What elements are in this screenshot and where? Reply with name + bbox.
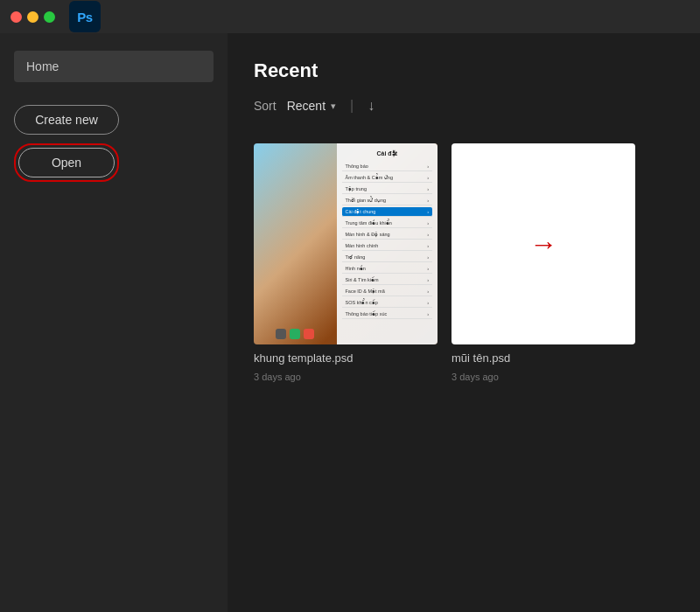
menu-item: Thời gian sử dụng› <box>342 196 433 205</box>
settings-header: Cài đặt <box>342 150 433 157</box>
dock-icon <box>290 329 300 339</box>
phone-screenshot: Cài đặt Thông báo› Âm thanh & Cảm ứng› T… <box>254 143 438 344</box>
files-grid: Cài đặt Thông báo› Âm thanh & Cảm ứng› T… <box>254 143 674 382</box>
sidebar: Home Create new Open <box>0 33 228 612</box>
home-button[interactable]: Home <box>14 51 214 82</box>
traffic-lights <box>10 11 55 23</box>
file-thumbnail: Cài đặt Thông báo› Âm thanh & Cảm ứng› T… <box>254 143 438 344</box>
menu-item: Hình nền› <box>342 264 433 274</box>
sort-label: Sort <box>254 99 276 113</box>
file-name: mũi tên.psd <box>452 351 635 365</box>
recent-title: Recent <box>254 59 674 82</box>
app-logo-text: Ps <box>77 10 92 24</box>
menu-item: Âm thanh & Cảm ứng› <box>342 173 433 183</box>
menu-item-active: Cài đặt chung› <box>342 207 433 217</box>
minimize-button[interactable] <box>27 11 38 23</box>
open-btn-wrapper: Open <box>14 143 119 182</box>
file-card[interactable]: Cài đặt Thông báo› Âm thanh & Cảm ứng› T… <box>254 143 438 382</box>
menu-item: Face ID & Mật mã› <box>342 287 433 296</box>
sort-dropdown[interactable]: Recent ▾ <box>287 99 336 113</box>
maximize-button[interactable] <box>44 11 55 23</box>
titlebar: Ps <box>0 0 700 33</box>
sort-value: Recent <box>287 99 326 113</box>
menu-item: Thông báo› <box>342 162 433 171</box>
close-button[interactable] <box>10 11 22 23</box>
app-logo: Ps <box>69 1 101 32</box>
red-arrow-icon: → <box>529 228 557 261</box>
sort-bar: Sort Recent ▾ | ↓ <box>254 98 674 122</box>
phone-settings-overlay: Cài đặt Thông báo› Âm thanh & Cảm ứng› T… <box>337 143 438 344</box>
menu-item: Siri & Tìm kiếm› <box>342 275 433 285</box>
file-thumbnail: → <box>452 143 635 344</box>
menu-item: SOS khẩn cấp› <box>342 298 433 308</box>
menu-item: Màn hình & Độ sáng› <box>342 230 433 240</box>
dock-icon <box>276 329 286 339</box>
menu-item: Màn hình chính› <box>342 241 433 251</box>
sort-divider: | <box>350 98 354 114</box>
white-thumbnail: → <box>452 143 635 344</box>
create-new-button[interactable]: Create new <box>14 105 119 135</box>
phone-dock <box>254 329 337 339</box>
menu-item: Tập trung› <box>342 184 433 194</box>
sort-direction-button[interactable]: ↓ <box>368 98 374 114</box>
file-date: 3 days ago <box>254 372 438 382</box>
file-name: khung template.psd <box>254 351 438 365</box>
app-container: Home Create new Open Recent Sort Recent … <box>0 33 700 612</box>
sidebar-buttons: Create new Open <box>14 105 214 182</box>
menu-item: Trung tâm điều khiển› <box>342 219 433 228</box>
menu-item: Thông báo tiếp xúc› <box>342 309 433 319</box>
file-date: 3 days ago <box>452 372 635 382</box>
dock-icon <box>304 329 314 339</box>
chevron-down-icon: ▾ <box>331 101 336 112</box>
main-content: Recent Sort Recent ▾ | ↓ <box>228 33 700 612</box>
file-card[interactable]: → mũi tên.psd 3 days ago <box>452 143 635 382</box>
menu-item: Trợ năng› <box>342 253 433 262</box>
open-button[interactable]: Open <box>18 148 115 177</box>
